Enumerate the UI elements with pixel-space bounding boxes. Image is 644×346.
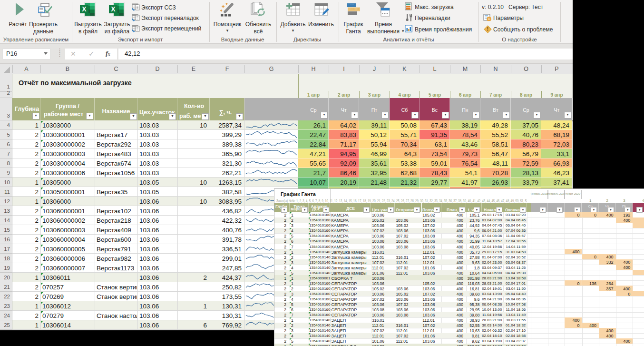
svg-text:X: X <box>111 5 116 13</box>
svg-text:!: ! <box>487 27 488 32</box>
svg-text:X: X <box>82 5 87 13</box>
